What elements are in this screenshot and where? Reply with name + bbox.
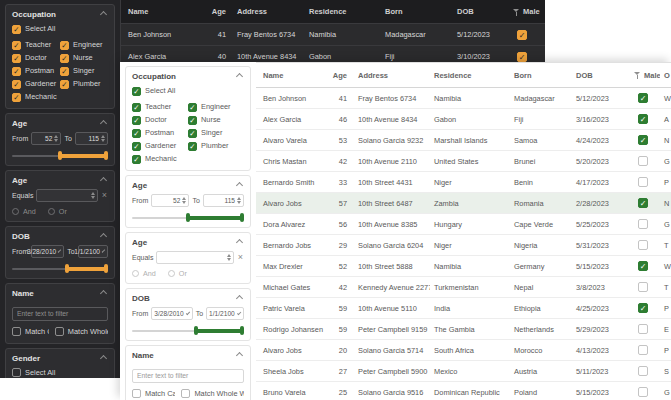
checkbox-checked-icon[interactable]: ✓ — [132, 87, 141, 96]
age-from-input[interactable]: 52 — [31, 132, 61, 145]
checkbox-checked-icon[interactable]: ✓ — [132, 116, 141, 125]
checkbox-checked-icon[interactable]: ✓ — [132, 142, 141, 151]
section-header[interactable]: Name — [132, 351, 244, 360]
table-row[interactable]: Alex Garcia4610th Avenue 8434GabonFiji3/… — [256, 109, 671, 130]
age-from-input[interactable]: 52 — [151, 194, 189, 207]
section-header[interactable]: Occupation — [12, 10, 108, 19]
section-header[interactable]: Age — [12, 176, 108, 185]
checkbox-checked-icon[interactable]: ✓ — [188, 103, 197, 112]
male-checkbox[interactable]: ✓ — [517, 52, 527, 62]
table-row[interactable]: Chris Mastan4210th Avenue 2110United Sta… — [256, 151, 671, 172]
and-radio[interactable] — [12, 208, 19, 215]
occupation-option-gardener[interactable]: ✓Gardener — [132, 140, 188, 152]
column-header-residence[interactable]: Residence — [305, 7, 381, 16]
column-header-age[interactable]: Age — [193, 7, 233, 16]
clear-icon[interactable]: × — [101, 191, 108, 200]
slider-handle[interactable] — [240, 213, 244, 222]
spinner-icon[interactable] — [101, 135, 105, 142]
occupation-option-nurse[interactable]: ✓Nurse — [188, 114, 244, 126]
checkbox-checked-icon[interactable]: ✓ — [60, 41, 69, 50]
name-filter-input[interactable] — [12, 307, 108, 321]
filter-funnel-icon[interactable] — [513, 8, 520, 16]
spinner-icon[interactable] — [227, 254, 231, 261]
slider-handle[interactable] — [194, 326, 198, 335]
table-row[interactable]: Max Drexler5210th Street 5888NamibiaGerm… — [256, 256, 671, 277]
table-row[interactable]: Bernardo Jobs29Solano Garcia 6204NigerNi… — [256, 235, 671, 256]
column-header-age[interactable]: Age — [326, 71, 354, 80]
dob-from-picker[interactable]: 3/28/2010 — [31, 245, 64, 258]
table-row[interactable]: Ben Johnson41Fray Bentos 6734NamibiaMada… — [256, 88, 671, 109]
filter-funnel-icon[interactable] — [634, 71, 641, 79]
column-header-address[interactable]: Address — [233, 7, 305, 16]
checkbox-checked-icon[interactable]: ✓ — [132, 155, 141, 164]
or-radio[interactable] — [48, 208, 55, 215]
male-checkbox[interactable]: ✓ — [638, 93, 648, 103]
table-row[interactable]: Patric Varela5910th Avenue 5110IndiaEthi… — [256, 298, 671, 319]
checkbox-icon[interactable] — [132, 389, 141, 398]
slider-handle[interactable] — [104, 151, 108, 160]
checkbox-checked-icon[interactable]: ✓ — [12, 80, 21, 89]
column-header-born[interactable]: Born — [381, 7, 453, 16]
table-row[interactable]: Ben Johnson41Fray Bentos 6734NamibiaMada… — [121, 24, 545, 46]
checkbox-checked-icon[interactable]: ✓ — [12, 54, 21, 63]
age-equals-input[interactable] — [36, 189, 97, 202]
select-all-option[interactable]: ✓ Select All — [12, 23, 108, 35]
checkbox-checked-icon[interactable]: ✓ — [132, 129, 141, 138]
table-row[interactable]: Alex Garcia4010th Avenue 8434GabonFiji3/… — [121, 46, 545, 62]
section-header[interactable]: Age — [132, 238, 244, 247]
section-header[interactable]: DOB — [132, 294, 244, 303]
male-checkbox[interactable] — [638, 387, 648, 397]
checkbox-icon[interactable] — [12, 368, 21, 377]
match-case-option[interactable]: Match Case — [132, 388, 175, 400]
section-header[interactable]: Name — [12, 289, 108, 298]
table-row[interactable]: Rodrigo Johansen59Peter Campbell 9159The… — [256, 319, 671, 340]
column-header-male[interactable]: Male — [505, 7, 545, 16]
column-header-name[interactable]: Name — [256, 71, 326, 80]
male-checkbox[interactable]: ✓ — [638, 198, 648, 208]
checkbox-checked-icon[interactable]: ✓ — [60, 80, 69, 89]
occupation-option-teacher[interactable]: ✓Teacher — [12, 39, 60, 51]
age-to-input[interactable]: 115 — [75, 132, 108, 145]
and-radio[interactable] — [132, 270, 139, 277]
male-checkbox[interactable] — [638, 156, 648, 166]
male-checkbox[interactable] — [638, 324, 648, 334]
collapse-chevron-icon[interactable] — [236, 73, 243, 80]
column-header-name[interactable]: Name — [121, 7, 193, 16]
checkbox-checked-icon[interactable]: ✓ — [188, 116, 197, 125]
male-checkbox[interactable] — [638, 219, 648, 229]
slider-handle[interactable] — [104, 264, 108, 273]
checkbox-checked-icon[interactable]: ✓ — [60, 67, 69, 76]
column-header-dob[interactable]: DOB — [453, 7, 505, 16]
dob-from-picker[interactable]: 3/28/2010 — [151, 307, 192, 320]
collapse-chevron-icon[interactable] — [100, 11, 107, 18]
collapse-chevron-icon[interactable] — [236, 182, 243, 189]
match-whole-word-option[interactable]: Match Whole Word — [55, 326, 108, 338]
table-row[interactable]: Sheela Jobs27Peter Campbell 5900MexicoAu… — [256, 361, 671, 382]
male-checkbox[interactable]: ✓ — [517, 30, 527, 40]
column-header-address[interactable]: Address — [354, 71, 430, 80]
or-radio[interactable] — [168, 270, 175, 277]
occupation-option-mechanic[interactable]: ✓Mechanic — [12, 91, 60, 103]
male-checkbox[interactable]: ✓ — [638, 114, 648, 124]
match-case-option[interactable]: Match Case — [12, 326, 49, 338]
checkbox-checked-icon[interactable]: ✓ — [188, 142, 197, 151]
male-checkbox[interactable] — [638, 177, 648, 187]
dropdown-chevron-icon[interactable] — [237, 310, 241, 314]
occupation-option-teacher[interactable]: ✓Teacher — [132, 101, 188, 113]
occupation-option-engineer[interactable]: ✓Engineer — [60, 39, 108, 51]
slider-handle[interactable] — [58, 151, 62, 160]
column-header-dob[interactable]: DOB — [572, 71, 626, 80]
table-row[interactable]: Alvaro Varela53Solano Garcia 9232Marshal… — [256, 130, 671, 151]
slider-handle[interactable] — [240, 326, 244, 335]
collapse-chevron-icon[interactable] — [100, 233, 107, 240]
dropdown-chevron-icon[interactable] — [102, 249, 106, 253]
occupation-option-doctor[interactable]: ✓Doctor — [12, 52, 60, 64]
occupation-option-engineer[interactable]: ✓Engineer — [188, 101, 244, 113]
collapse-chevron-icon[interactable] — [100, 177, 107, 184]
checkbox-icon[interactable] — [181, 389, 190, 398]
male-checkbox[interactable]: ✓ — [638, 303, 648, 313]
column-header-residence[interactable]: Residence — [430, 71, 510, 80]
checkbox-checked-icon[interactable]: ✓ — [12, 25, 21, 34]
match-whole-word-option[interactable]: Match Whole Word — [181, 388, 244, 400]
checkbox-icon[interactable] — [12, 327, 21, 336]
